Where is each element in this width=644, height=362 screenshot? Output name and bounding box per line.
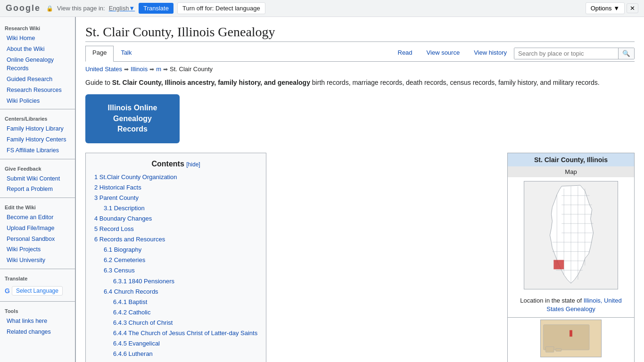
infobox-map	[508, 177, 634, 295]
infobox-caption: Location in the state of Illinois, Unite…	[508, 295, 634, 317]
breadcrumb-m[interactable]: m	[156, 66, 161, 73]
search-input[interactable]	[514, 48, 618, 59]
sidebar-item-upload-file[interactable]: Upload File/Image	[0, 223, 75, 234]
svg-rect-16	[544, 325, 590, 350]
sidebar-section-feedback: Give Feedback	[0, 162, 75, 173]
sidebar-section-centers: Centers/Libraries	[0, 112, 75, 123]
toc-link[interactable]: 6.4.1 Baptist	[113, 298, 147, 305]
toc-link[interactable]: 3.1 Description	[104, 205, 145, 212]
tab-view-history[interactable]: View history	[467, 46, 514, 62]
sidebar-item-report-problem[interactable]: Report a Problem	[0, 184, 75, 195]
tab-read[interactable]: Read	[391, 46, 420, 62]
select-language-button[interactable]: Select Language	[12, 286, 63, 296]
close-translate-bar-button[interactable]: ✕	[627, 3, 638, 13]
sidebar-item-become-editor[interactable]: Become an Editor	[0, 212, 75, 223]
arrow-icon-1: ➡	[124, 66, 129, 73]
list-item: 6 Records and Resources	[94, 234, 257, 245]
sidebar-item-wiki-policies[interactable]: Wiki Policies	[0, 96, 75, 107]
google-translate-widget: G Select Language	[0, 283, 75, 298]
list-item: 3.1 Description	[104, 203, 257, 214]
arrow-icon-2: ➡	[149, 66, 154, 73]
list-item: 2 Historical Facts	[94, 182, 257, 193]
table-of-contents: Contents [hide] 1 St.Clair County Organi…	[85, 153, 266, 362]
toc-link[interactable]: 6.4 Church Records	[104, 288, 158, 295]
toc-hide-link[interactable]: [hide]	[186, 161, 200, 168]
search-button[interactable]: 🔍	[618, 48, 634, 59]
list-item: 6.4.1 Baptist	[113, 297, 257, 307]
infobox-title: St. Clair County, Illinois	[508, 153, 634, 166]
list-item: 6.4 Church Records	[104, 287, 257, 297]
breadcrumb-illinois[interactable]: Illinois	[131, 66, 148, 73]
sidebar-item-guided-research[interactable]: Guided Research	[0, 74, 75, 85]
caption-prefix: Location in the state of	[520, 297, 583, 304]
toc-link[interactable]: 4 Boundary Changes	[94, 215, 152, 222]
illinois-online-records-button[interactable]: Illinois Online Genealogy Records	[85, 94, 180, 143]
sidebar-item-family-history-library[interactable]: Family History Library	[0, 123, 75, 134]
list-item: 1 St.Clair County Organization	[94, 172, 257, 182]
us-map-svg	[540, 320, 602, 357]
sidebar-item-wiki-university[interactable]: Wiki University	[0, 255, 75, 266]
illinois-map-svg	[524, 181, 618, 289]
search-box: 🔍	[514, 48, 635, 59]
list-item: 6.3 Census	[104, 265, 257, 276]
main-content: St. Clair County, Illinois Genealogy Pag…	[75, 17, 644, 362]
toc-link[interactable]: 3 Parent County	[94, 194, 139, 201]
svg-rect-18	[545, 346, 554, 352]
sidebar-item-family-history-centers[interactable]: Family History Centers	[0, 134, 75, 145]
language-select-link[interactable]: English▼	[109, 5, 135, 12]
intro-suffix: birth records, marriage records, death r…	[310, 79, 600, 86]
content-area: Contents [hide] 1 St.Clair County Organi…	[85, 153, 635, 362]
sidebar-item-sandbox[interactable]: Personal Sandbox	[0, 234, 75, 245]
sidebar-item-research-resources[interactable]: Research Resources	[0, 85, 75, 96]
toc-link[interactable]: 6.1 Biography	[104, 246, 141, 253]
list-item: 6.2 Cemeteries	[104, 255, 257, 265]
toc-link[interactable]: 6.4.2 Catholic	[113, 309, 151, 316]
sidebar-item-wiki-home[interactable]: Wiki Home	[0, 33, 75, 44]
tab-bar: Page Talk Read View source View history …	[85, 46, 635, 62]
list-item: 6.4.3 Church of Christ	[113, 318, 257, 328]
toc-link[interactable]: 6.2 Cemeteries	[104, 256, 145, 263]
tab-talk[interactable]: Talk	[114, 46, 139, 62]
intro-prefix: Guide to	[85, 79, 112, 86]
list-item: 6.3.1 1840 Pensioners	[113, 276, 257, 287]
sidebar-section-edit: Edit the Wiki	[0, 201, 75, 212]
sidebar-item-related-changes[interactable]: Related changes	[0, 327, 75, 337]
toc-link[interactable]: 6.3 Census	[104, 267, 135, 274]
content-main: Contents [hide] 1 St.Clair County Organi…	[85, 153, 500, 362]
turn-off-button[interactable]: Turn off for: Detect language	[177, 2, 265, 14]
toc-link[interactable]: 2 Historical Facts	[94, 184, 141, 191]
toc-link[interactable]: 6 Records and Resources	[94, 236, 165, 243]
translate-bar: Google 🔒 View this page in: English▼ Tra…	[0, 0, 644, 17]
tab-view-source[interactable]: View source	[420, 46, 467, 62]
toc-link[interactable]: 6.4.6 Lutheran	[113, 350, 153, 357]
toc-link[interactable]: 5 Record Loss	[94, 225, 134, 232]
lock-icon: 🔒	[46, 5, 53, 12]
sidebar-item-wiki-projects[interactable]: Wiki Projects	[0, 244, 75, 255]
sidebar-item-what-links[interactable]: What links here	[0, 316, 75, 327]
sidebar-item-fs-affiliate[interactable]: FS Affiliate Libraries	[0, 145, 75, 156]
sidebar-section-translate: Translate	[0, 272, 75, 283]
breadcrumb: United States ➡ Illinois ➡ m ➡ St. Clair…	[85, 66, 635, 73]
page-title: St. Clair County, Illinois Genealogy	[85, 25, 635, 42]
toc-link[interactable]: 6.4.4 The Church of Jesus Christ of Latt…	[113, 329, 257, 337]
sidebar-section-tools: Tools	[0, 304, 75, 316]
breadcrumb-united-states[interactable]: United States	[85, 66, 122, 73]
toc-link[interactable]: 1 St.Clair County Organization	[94, 173, 177, 181]
toc-link[interactable]: 6.4.5 Evangelical	[113, 340, 160, 347]
list-item: 5 Record Loss	[94, 224, 257, 234]
list-item: 6.4.5 Evangelical	[113, 338, 257, 349]
infobox: St. Clair County, Illinois Map	[507, 153, 635, 362]
list-item: 6.1 Biography	[104, 245, 257, 255]
tab-page[interactable]: Page	[85, 46, 114, 62]
intro-text: Guide to St. Clair County, Illinois ance…	[85, 77, 635, 88]
options-button[interactable]: Options ▼	[586, 2, 625, 14]
list-item: 6.4.7 Methodist Episcopal	[113, 359, 257, 362]
sidebar-item-online-genealogy[interactable]: Online Genealogy Records	[0, 55, 75, 74]
toc-list: 1 St.Clair County Organization 2 Histori…	[94, 172, 257, 362]
arrow-icon-3: ➡	[163, 66, 168, 73]
sidebar-item-submit-wiki[interactable]: Submit Wiki Content	[0, 173, 75, 184]
sidebar-item-about-wiki[interactable]: About the Wiki	[0, 44, 75, 55]
toc-link[interactable]: 6.3.1 1840 Pensioners	[113, 278, 174, 285]
translate-button[interactable]: Translate	[139, 3, 173, 14]
toc-link[interactable]: 6.4.3 Church of Christ	[113, 319, 173, 326]
